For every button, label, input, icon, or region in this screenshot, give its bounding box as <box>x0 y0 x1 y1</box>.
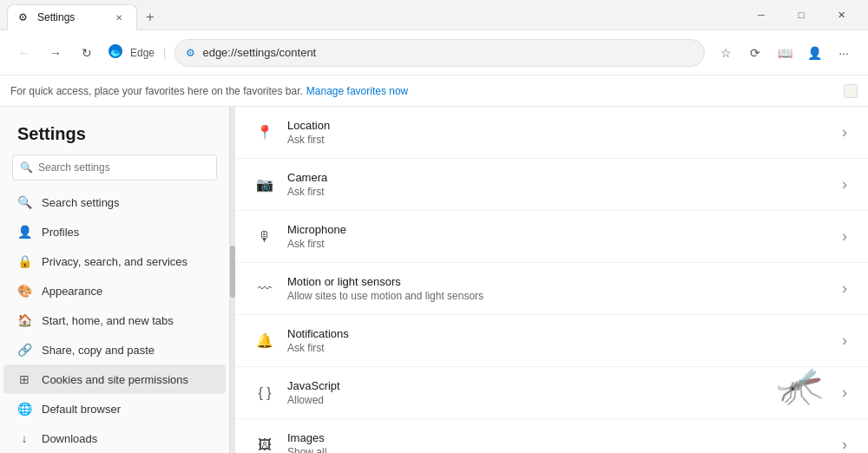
permission-desc-location: Ask first <box>287 134 828 146</box>
sidebar-title: Settings <box>0 107 229 154</box>
settings-tab[interactable]: ⚙ Settings ✕ <box>7 4 137 30</box>
permission-desc-javascript: Allowed <box>287 394 828 406</box>
sidebar-item-privacy[interactable]: 🔒Privacy, search, and services <box>3 246 226 276</box>
search-icon: 🔍 <box>20 161 33 174</box>
microphone-permission-icon: 🎙 <box>256 228 273 246</box>
favorites-icon[interactable]: ☆ <box>712 39 740 67</box>
search-settings-icon: 🔍 <box>17 195 31 209</box>
permission-name-location: Location <box>287 119 828 132</box>
permission-info-javascript: JavaScriptAllowed <box>287 379 828 406</box>
address-icon: ⚙ <box>186 47 195 59</box>
default-browser-icon: 🌐 <box>17 402 31 416</box>
permission-desc-motion: Allow sites to use motion and light sens… <box>287 290 828 302</box>
permission-desc-microphone: Ask first <box>287 238 828 250</box>
permission-name-camera: Camera <box>287 171 828 184</box>
window-controls: ─ □ ✕ <box>741 0 861 30</box>
separator: | <box>163 46 166 59</box>
address-bar[interactable]: ⚙ edge://settings/content <box>174 39 705 67</box>
sidebar-scrollbar[interactable] <box>230 107 235 453</box>
forward-button[interactable]: → <box>42 39 69 67</box>
sidebar-nav: 🔍Search settings👤Profiles🔒Privacy, searc… <box>0 187 229 453</box>
sidebar-item-label-default-browser: Default browser <box>42 403 121 416</box>
permission-desc-notifications: Ask first <box>287 342 828 354</box>
sidebar-item-label-downloads: Downloads <box>42 432 97 445</box>
permission-chevron-images: › <box>842 436 847 453</box>
downloads-icon: ↓ <box>17 431 31 445</box>
permission-name-javascript: JavaScript <box>287 379 828 392</box>
permission-info-notifications: NotificationsAsk first <box>287 327 828 354</box>
permission-name-images: Images <box>287 431 828 444</box>
share-copy-icon: 🔗 <box>17 343 31 357</box>
new-tab-button[interactable]: + <box>137 4 163 30</box>
tab-favicon: ⚙ <box>18 11 30 23</box>
permission-chevron-microphone: › <box>842 227 847 246</box>
title-bar: ⚙ Settings ✕ + ─ □ ✕ <box>0 0 868 30</box>
permission-info-motion: Motion or light sensorsAllow sites to us… <box>287 275 828 302</box>
sidebar-search[interactable]: 🔍 <box>12 154 217 181</box>
minimize-button[interactable]: ─ <box>741 0 781 30</box>
images-permission-icon: 🖼 <box>256 437 273 454</box>
sidebar-item-profiles[interactable]: 👤Profiles <box>3 217 226 246</box>
tab-area: ⚙ Settings ✕ + <box>7 0 741 30</box>
read-aloud-icon[interactable]: 📖 <box>771 39 799 67</box>
profiles-icon: 👤 <box>17 225 31 239</box>
permission-info-location: LocationAsk first <box>287 119 828 146</box>
permission-info-microphone: MicrophoneAsk first <box>287 223 828 250</box>
edge-logo <box>108 43 123 62</box>
permission-chevron-location: › <box>842 123 847 141</box>
menu-icon[interactable]: ··· <box>830 39 858 67</box>
permission-item-camera[interactable]: 📷CameraAsk first› <box>235 159 868 211</box>
main-container: Settings 🔍 🔍Search settings👤Profiles🔒Pri… <box>0 107 868 453</box>
permission-chevron-notifications: › <box>842 332 847 350</box>
permission-chevron-motion: › <box>842 279 847 298</box>
maximize-button[interactable]: □ <box>781 0 821 30</box>
sidebar-item-label-privacy: Privacy, search, and services <box>42 255 187 268</box>
sidebar-item-label-share-copy: Share, copy and paste <box>42 344 155 357</box>
sidebar-item-cookies[interactable]: ⊞Cookies and site permissions <box>3 364 226 394</box>
javascript-permission-icon: { } <box>256 384 273 402</box>
permission-desc-images: Show all <box>287 446 828 453</box>
profile-icon[interactable]: 👤 <box>800 39 828 67</box>
permission-name-notifications: Notifications <box>287 327 828 340</box>
privacy-icon: 🔒 <box>17 254 31 268</box>
permission-chevron-javascript: › <box>842 384 847 402</box>
motion-permission-icon: 〰 <box>256 280 273 298</box>
permission-item-microphone[interactable]: 🎙MicrophoneAsk first› <box>235 211 868 263</box>
tab-close-button[interactable]: ✕ <box>112 10 126 24</box>
sidebar-item-share-copy[interactable]: 🔗Share, copy and paste <box>3 335 226 364</box>
edge-label: Edge <box>130 47 155 59</box>
back-button[interactable]: ← <box>10 39 38 67</box>
svg-point-2 <box>114 49 121 54</box>
favorites-bar: For quick access, place your favorites h… <box>0 76 868 107</box>
refresh-button[interactable]: ↻ <box>73 39 101 67</box>
permission-item-notifications[interactable]: 🔔NotificationsAsk first› <box>235 315 868 367</box>
sidebar-item-appearance[interactable]: 🎨Appearance <box>3 276 226 305</box>
favorites-text: For quick access, place your favorites h… <box>10 85 303 97</box>
toolbar: ← → ↻ Edge | ⚙ edge://settings/content ☆… <box>0 30 868 76</box>
sidebar-item-label-start-home: Start, home, and new tabs <box>42 314 174 327</box>
sidebar: Settings 🔍 🔍Search settings👤Profiles🔒Pri… <box>0 107 230 453</box>
permission-item-motion[interactable]: 〰Motion or light sensorsAllow sites to u… <box>235 263 868 315</box>
permission-item-location[interactable]: 📍LocationAsk first› <box>235 107 868 159</box>
content-area: 📍LocationAsk first›📷CameraAsk first›🎙Mic… <box>235 107 868 453</box>
notifications-permission-icon: 🔔 <box>256 332 273 350</box>
permission-item-javascript[interactable]: { }JavaScriptAllowed› <box>235 367 868 419</box>
refresh-collections-icon[interactable]: ⟳ <box>741 39 769 67</box>
sidebar-item-label-search-settings: Search settings <box>42 196 120 209</box>
sidebar-item-default-browser[interactable]: 🌐Default browser <box>3 394 226 423</box>
toolbar-icons: ☆ ⟳ 📖 👤 ··· <box>712 39 858 67</box>
tab-title: Settings <box>37 11 75 23</box>
manage-favorites-link[interactable]: Manage favorites now <box>306 85 408 97</box>
permission-desc-camera: Ask first <box>287 186 828 198</box>
permission-name-motion: Motion or light sensors <box>287 275 828 288</box>
address-text: edge://settings/content <box>202 46 316 59</box>
close-button[interactable]: ✕ <box>821 0 861 30</box>
sidebar-item-label-cookies: Cookies and site permissions <box>42 373 188 386</box>
scrollbar-thumb[interactable] <box>230 246 235 298</box>
search-input[interactable] <box>38 161 209 174</box>
sidebar-item-search-settings[interactable]: 🔍Search settings <box>3 187 226 217</box>
sidebar-item-downloads[interactable]: ↓Downloads <box>3 423 226 453</box>
permission-item-images[interactable]: 🖼ImagesShow all› <box>235 419 868 453</box>
permissions-list: 📍LocationAsk first›📷CameraAsk first›🎙Mic… <box>235 107 868 453</box>
sidebar-item-start-home[interactable]: 🏠Start, home, and new tabs <box>3 305 226 335</box>
